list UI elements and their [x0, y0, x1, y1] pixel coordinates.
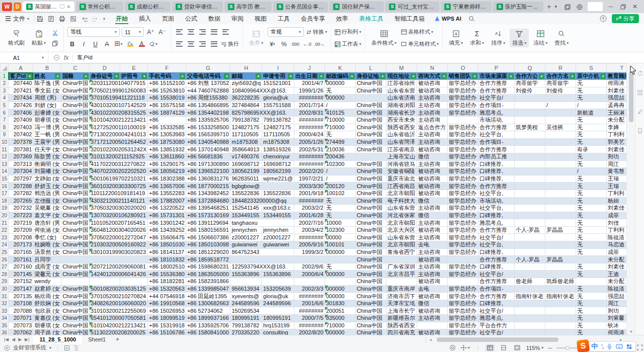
cell[interactable]: 207173	[9, 241, 33, 249]
cell[interactable]: /	[576, 168, 606, 175]
cell[interactable]: 无	[576, 234, 606, 241]
cell[interactable]: 电子科技大	[386, 197, 417, 205]
cell[interactable]: China中国	[355, 116, 386, 124]
cell[interactable]: China中国	[61, 124, 90, 131]
cell[interactable]: 指南针张老	[514, 293, 545, 300]
cell[interactable]: 207434	[9, 95, 33, 102]
cell[interactable]	[545, 315, 576, 322]
cell[interactable]: China中国	[61, 168, 90, 175]
cell[interactable]: China中国	[61, 175, 90, 183]
file-tab[interactable]: S国任财产保险样本.x	[330, 2, 384, 12]
cell[interactable]: 710000	[325, 116, 355, 124]
cell[interactable]: 无	[576, 263, 606, 271]
copy-icon[interactable]	[50, 39, 60, 48]
cell[interactable]	[545, 219, 576, 227]
cell[interactable]: 956613934	[230, 285, 262, 293]
cell[interactable]	[230, 256, 262, 263]
cell[interactable]: 黄韦慧	[606, 168, 626, 175]
cell[interactable]: 无	[325, 263, 355, 271]
cell[interactable]: 无	[576, 271, 606, 278]
cell[interactable]: 胡睿琪 (女	[33, 322, 61, 329]
cell[interactable]: +86 13439252	[148, 226, 186, 234]
cell[interactable]: 新疆维吾尔	[386, 315, 417, 322]
cell[interactable]: +86 1372884680	[186, 197, 230, 205]
cell[interactable]: +86 1506607386	[186, 234, 230, 241]
cell[interactable]: 微信	[417, 153, 447, 160]
cell[interactable]: xxx@163.c	[262, 205, 294, 212]
decrease-decimal-button[interactable]: .00→	[314, 40, 325, 49]
cell[interactable]	[61, 256, 90, 263]
cell[interactable]: 留学总经办	[447, 293, 478, 300]
filter-dropdown-icon[interactable]: ▾	[570, 73, 575, 79]
cell[interactable]: +86 52734062	[186, 307, 230, 315]
cell[interactable]: 留学总经办	[447, 307, 478, 315]
cell[interactable]	[545, 322, 576, 329]
cell[interactable]: 杨娟	[606, 197, 626, 205]
cell[interactable]: 被动咨询	[417, 183, 447, 190]
column-header-K[interactable]: K	[325, 64, 355, 72]
restore-button[interactable]	[619, 3, 627, 10]
cell[interactable]: +86 13220522	[148, 205, 186, 212]
ime-punctuation-indicator[interactable]: ',	[601, 343, 603, 349]
cell[interactable]: +86 18056219	[148, 168, 186, 175]
cell[interactable]	[386, 278, 417, 286]
clipboard-panel-icon[interactable]	[637, 90, 643, 96]
header-cell[interactable]: 销售团队▾	[447, 72, 478, 80]
file-tab[interactable]: S宁夏教师样本.xlsx	[441, 2, 492, 12]
header-cell[interactable]: 出生日期▾	[294, 72, 325, 80]
cell[interactable]: China中国	[61, 153, 90, 160]
cut-icon[interactable]	[50, 28, 60, 37]
cell[interactable]: 207165	[9, 248, 33, 256]
cell[interactable]	[120, 256, 147, 263]
cell[interactable]: 刘俊伶	[514, 87, 545, 95]
cell[interactable]: /	[325, 168, 355, 175]
cell[interactable]: China中国	[61, 219, 90, 227]
cell[interactable]: 青海省西宁	[386, 248, 417, 256]
cell[interactable]	[514, 168, 545, 175]
cell[interactable]: hrq153199	[262, 322, 294, 329]
cell[interactable]: +86 15332585	[148, 124, 186, 131]
cell[interactable]: +86 1370140948	[186, 146, 230, 153]
cell[interactable]: +86 1877000215	[186, 183, 230, 190]
header-cell[interactable]: 邮政编码▾	[325, 72, 355, 80]
vertical-scroll-thumb[interactable]	[629, 72, 633, 122]
cell[interactable]: 刘俊伶	[545, 87, 576, 95]
cell[interactable]: 210303200509160922	[89, 241, 147, 249]
cell[interactable]: 口碑推荐,	[478, 248, 514, 256]
percent-button[interactable]: %	[279, 40, 289, 49]
cell[interactable]: 320721200209060081	[89, 263, 147, 271]
cell[interactable]: 被动咨询	[417, 168, 447, 175]
cell[interactable]: +86 1335925706	[186, 322, 230, 329]
cell[interactable]: 244589596	[262, 300, 294, 307]
prev-sheet-icon[interactable]: ◀	[12, 337, 15, 342]
cell[interactable]: 江苏省南京	[386, 146, 417, 153]
cell[interactable]: 117110505	[230, 131, 262, 139]
cell[interactable]: China中国	[61, 285, 90, 293]
cell[interactable]: 成菲	[606, 248, 626, 256]
cell[interactable]: 口碑推荐,	[478, 300, 514, 307]
cell[interactable]: 320311200104077915	[89, 80, 147, 87]
cell[interactable]: 微信	[417, 300, 447, 307]
cell[interactable]: +86 18874129	[148, 109, 186, 117]
cell[interactable]: 刘晨曦 (女	[33, 168, 61, 175]
cell[interactable]: 社交平台,	[478, 205, 514, 212]
cell[interactable]: 2000/4/24	[294, 131, 325, 139]
cell[interactable]: 2005/9/16	[294, 241, 325, 249]
cell[interactable]: 留学总经办	[447, 175, 478, 183]
row-header-21[interactable]: 21	[1, 219, 9, 227]
cell[interactable]	[545, 300, 576, 307]
cell[interactable]: 北京市昌平	[386, 271, 417, 278]
cell[interactable]: 返点合作方	[417, 124, 447, 131]
cell[interactable]: China中国	[355, 248, 386, 256]
cell[interactable]: 207381	[9, 146, 33, 153]
cell[interactable]: 370503200302020020	[89, 205, 147, 212]
column-header-D[interactable]: D	[89, 64, 120, 72]
cell[interactable]: +86 18101832	[148, 256, 186, 263]
cell[interactable]: 155751588	[262, 102, 294, 109]
zoom-out-button[interactable]: ─	[548, 345, 552, 351]
cell[interactable]: 153205639	[262, 285, 294, 293]
cell[interactable]: 丁利利	[606, 190, 626, 197]
cell[interactable]: 钦冰	[606, 322, 626, 329]
cell[interactable]: 黄嘉仪 (女	[33, 315, 61, 322]
cell[interactable]	[325, 256, 355, 263]
